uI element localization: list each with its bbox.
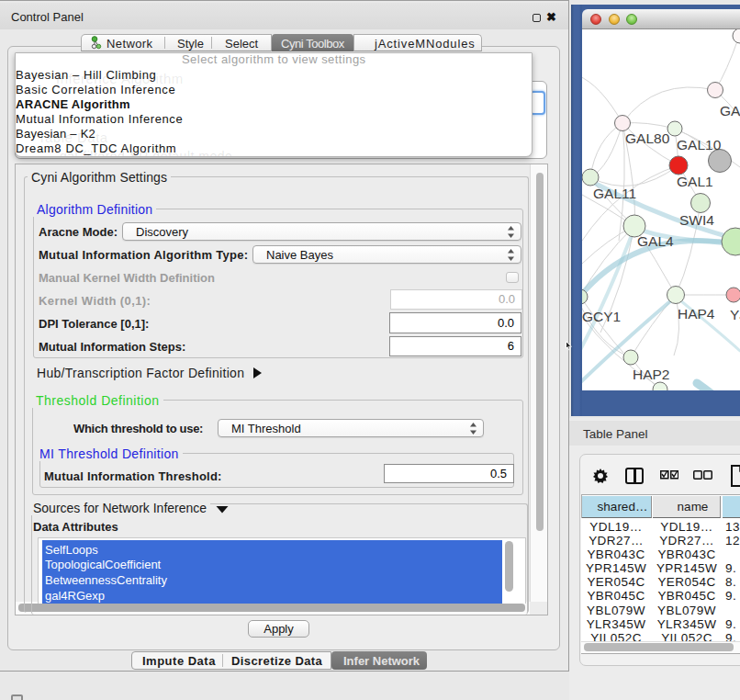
svg-text:HAP2: HAP2: [633, 367, 670, 382]
svg-text:GAL4: GAL4: [637, 233, 674, 249]
svg-text:HAP4: HAP4: [678, 306, 715, 322]
svg-text:GAL7: GAL7: [720, 103, 740, 119]
svg-text:GAL1: GAL1: [677, 174, 713, 189]
svg-text:GAL11: GAL11: [593, 186, 636, 201]
svg-text:YJ: YJ: [730, 307, 740, 322]
svg-text:SWI4: SWI4: [679, 212, 714, 228]
svg-text:GAL10: GAL10: [677, 137, 722, 152]
svg-text:GCY1: GCY1: [582, 309, 621, 324]
svg-text:GAL80: GAL80: [625, 130, 670, 146]
